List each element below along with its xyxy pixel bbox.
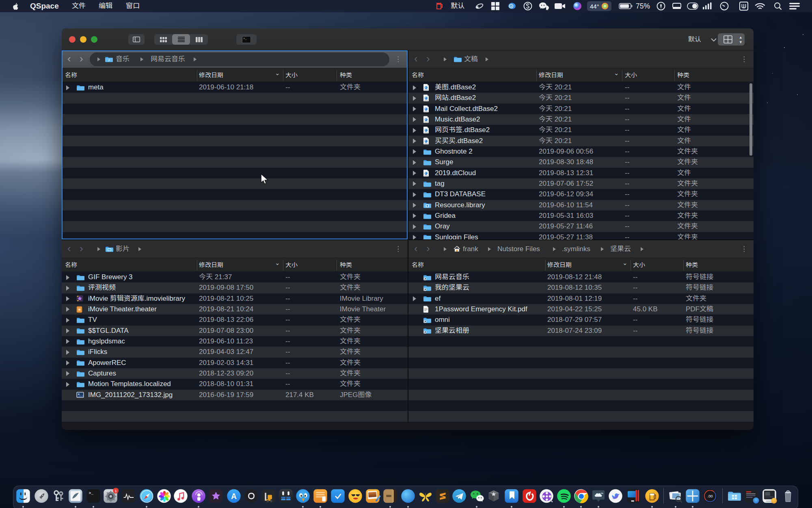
svg-text:>_: >_ <box>243 37 247 40</box>
svg-text:♪: ♪ <box>108 57 110 62</box>
